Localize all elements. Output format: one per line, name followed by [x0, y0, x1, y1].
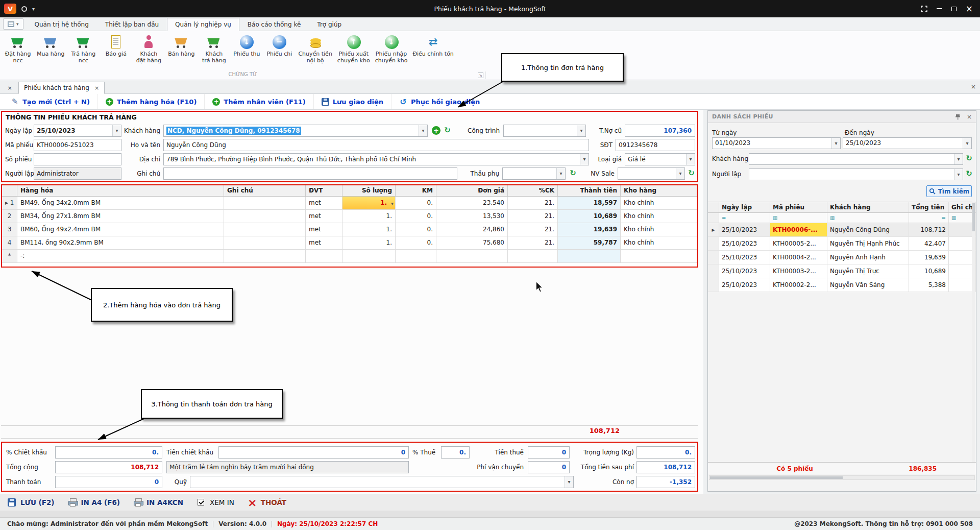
dropdown-caret[interactable]: ▾	[676, 168, 684, 179]
pin-icon[interactable]	[955, 114, 961, 120]
list-item[interactable]: 25/10/2023 KTH00006-... Nguyễn Công Dũng…	[708, 223, 976, 237]
filter-icon[interactable]: ▥	[770, 213, 827, 223]
ghi-chu-input[interactable]	[163, 167, 457, 180]
panel-khach-hang-input[interactable]: ▾	[749, 153, 963, 165]
table-row[interactable]: 2 BM34, Ống 27x1.8mm BM met 1. 0. 13,530…	[2, 210, 697, 223]
col-ghi-chu[interactable]: Ghi chú	[224, 185, 306, 196]
fit-screen-icon[interactable]	[921, 6, 927, 12]
list-item[interactable]: 25/10/2023 KTH00003-2... Nguyễn Thị Trực…	[708, 264, 976, 278]
dropdown-caret[interactable]: ▾	[556, 168, 565, 179]
loai-gia-input[interactable]: Giá lẻ▾	[625, 153, 695, 165]
col-km[interactable]: KM	[396, 185, 436, 196]
pct-ck-input[interactable]: 0.	[55, 446, 162, 459]
footer-button[interactable]: IN A4 (F6)	[68, 498, 120, 507]
sdt-input[interactable]: 0912345678	[616, 139, 695, 151]
ribbon-button[interactable]: Mua hàng	[34, 33, 67, 70]
filter-icon[interactable]	[708, 213, 719, 223]
action-button[interactable]: + Thêm hàng hóa (F10)	[97, 94, 204, 109]
action-button[interactable]: ✎ Tạo mới (Ctrl + N)	[3, 94, 97, 109]
table-row[interactable]: * -:	[2, 250, 697, 263]
dia-chi-input[interactable]: 789 Bình Phước, Phường Hiệp Bình Phước, …	[163, 153, 589, 165]
thanh-toan-input[interactable]: 0	[55, 476, 162, 488]
dropdown-caret[interactable]: ▾	[419, 125, 427, 136]
ma-phieu-input[interactable]: KTH00006-251023	[34, 139, 121, 151]
ribbon-button[interactable]: Bán hàng	[165, 33, 198, 70]
filter-icon[interactable]: ▥	[827, 213, 909, 223]
dropdown-caret[interactable]: ▾	[686, 154, 695, 165]
search-button[interactable]: Tìm kiếm	[926, 185, 972, 197]
pcol-ngay-lap[interactable]: Ngày lập	[719, 202, 770, 212]
tu-ngay-input[interactable]: 01/10/2023▾	[712, 137, 841, 149]
ho-ten-input[interactable]: Nguyễn Công Dũng	[163, 139, 589, 151]
tabstrip-close-icon[interactable]: ×	[971, 83, 976, 90]
ribbon-button[interactable]: Chuyển tiền nội bộ	[296, 33, 334, 70]
list-item[interactable]: 25/10/2023 KTH00004-2... Nguyễn Anh Hạnh…	[708, 251, 976, 264]
pcol-khach-hang[interactable]: Khách hàng	[827, 202, 909, 212]
refresh-panel-khach-hang-icon[interactable]: ↻	[965, 154, 973, 163]
quick-access-circle-icon[interactable]	[21, 6, 27, 12]
col-dvt[interactable]: ĐVT	[306, 185, 342, 196]
tien-ck-input[interactable]: 0	[218, 446, 409, 459]
ribbon-button[interactable]: Báo giá	[100, 33, 132, 70]
ribbon-tab[interactable]: Quản trị hệ thống	[27, 18, 97, 31]
ribbon-menu-button[interactable]: ▾	[3, 18, 23, 30]
col-don-gia[interactable]: Đơn giá	[436, 185, 508, 196]
vertical-scrollbar[interactable]	[972, 202, 975, 462]
list-item[interactable]: 25/10/2023 KTH00002-2... Nguyễn Văn Sáng…	[708, 278, 976, 292]
quick-access-caret-icon[interactable]: ▾	[32, 6, 35, 12]
ribbon-button[interactable]: ↑ Phiếu xuất chuyển kho	[335, 33, 373, 70]
col-hang-hoa[interactable]: Hàng hóa	[17, 185, 224, 196]
col-thanh-tien[interactable]: Thành tiền	[558, 185, 621, 196]
refresh-panel-nguoi-lap-icon[interactable]: ↻	[965, 170, 973, 178]
ribbon-button[interactable]: ↓ Phiếu thu	[230, 33, 263, 70]
ribbon-tab[interactable]: Quản lý nghiệp vụ	[167, 18, 239, 31]
ribbon-tab[interactable]: Thiết lập ban đầu	[97, 18, 167, 31]
dropdown-caret[interactable]: ▾	[831, 138, 840, 149]
close-button[interactable]: ×	[966, 5, 973, 13]
ribbon-tab[interactable]: Báo cáo thống kê	[239, 18, 309, 31]
footer-button[interactable]: XEM IN	[197, 498, 234, 507]
document-tab[interactable]: Phiếu khách trả hàng ×	[18, 82, 105, 94]
ribbon-button[interactable]: − Phiếu chi	[263, 33, 296, 70]
trong-luong-input[interactable]: 0.	[636, 446, 695, 459]
table-row[interactable]: 1 BM49, Ống 34x2.0mm BM met 1. 0. 23,540…	[2, 197, 697, 210]
quy-input[interactable]: ▾	[190, 476, 574, 488]
refresh-nv-sale-icon[interactable]: ↻	[687, 169, 696, 178]
phi-vc-input[interactable]: 0	[528, 461, 570, 473]
dropdown-caret[interactable]: ▾	[954, 154, 963, 164]
action-button[interactable]: ↺ Phục hồi giao diện	[391, 94, 487, 109]
dropdown-caret[interactable]: ▾	[580, 154, 589, 165]
footer-button[interactable]: × THOÁT	[248, 498, 286, 507]
ribbon-button[interactable]: ⇄ Điều chỉnh tồn	[410, 33, 456, 70]
tab-close-icon[interactable]: ×	[94, 85, 99, 91]
so-phieu-input[interactable]	[34, 153, 121, 165]
dropdown-caret[interactable]: ▾	[565, 476, 573, 488]
minimize-button[interactable]	[937, 8, 942, 9]
list-item[interactable]: 25/10/2023 KTH00005-2... Nguyễn Thị Hạnh…	[708, 237, 976, 251]
action-button[interactable]: + Thêm nhân viên (F11)	[204, 94, 313, 109]
khach-hang-input[interactable]: NCD, Nguyễn Công Dũng, 0912345678▾	[163, 125, 428, 137]
footer-button[interactable]: LƯU (F2)	[7, 498, 55, 507]
cong-trinh-input[interactable]: ▾	[503, 125, 586, 137]
panel-nguoi-lap-input[interactable]: ▾	[749, 168, 963, 180]
ribbon-button[interactable]: Khách trả hàng	[198, 33, 230, 70]
ribbon-tab[interactable]: Trợ giúp	[309, 18, 350, 31]
ribbon-button[interactable]: ↓ Phiếu nhập chuyển kho	[373, 33, 410, 70]
refresh-customer-icon[interactable]: ↻	[443, 126, 452, 135]
pcol-ma-phieu[interactable]: Mã phiếu	[770, 202, 827, 212]
panel-close-icon[interactable]: ×	[967, 113, 972, 121]
table-row[interactable]: 4 BM114, ống 90x2.9mm BM met 1. 0. 75,68…	[2, 236, 697, 250]
pct-thue-input[interactable]: 0.	[441, 446, 470, 459]
ribbon-button[interactable]: Đặt hàng ncc	[2, 33, 34, 70]
group-dialog-launcher-icon[interactable]: ↘	[478, 73, 483, 78]
dropdown-caret[interactable]: ▾	[963, 138, 971, 149]
nv-sale-input[interactable]: ▾	[618, 167, 685, 180]
table-row[interactable]: 3 BM60, Ống 49x2.4mm BM met 1. 0. 24,860…	[2, 223, 697, 236]
pcol-tong-tien[interactable]: Tổng tiền	[909, 202, 949, 212]
filter-icon[interactable]: =	[909, 213, 949, 223]
den-ngay-input[interactable]: 25/10/2023▾	[843, 137, 972, 149]
filter-icon[interactable]: =	[719, 213, 770, 223]
close-tab-group-button[interactable]: ×	[3, 82, 16, 93]
ribbon-button[interactable]: Trả hàng ncc	[67, 33, 100, 70]
col-kho-hang[interactable]: Kho hàng	[621, 185, 697, 196]
